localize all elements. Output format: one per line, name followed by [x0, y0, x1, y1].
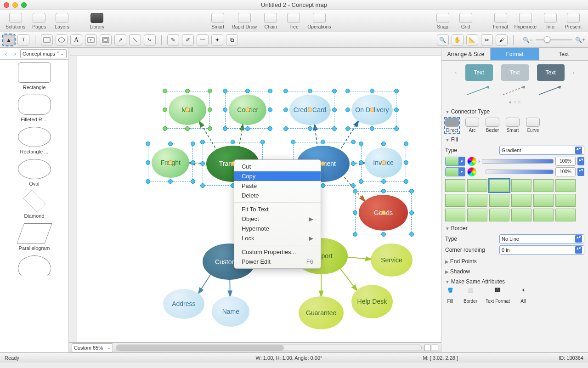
fill-preset[interactable]: [489, 194, 509, 207]
menu-object[interactable]: Object▶: [234, 214, 321, 224]
opacity-2[interactable]: 100%: [555, 167, 576, 176]
resize-handle[interactable]: [245, 126, 250, 131]
textbox-tool[interactable]: T: [85, 34, 97, 45]
resize-handle[interactable]: [268, 89, 272, 93]
resize-handle[interactable]: [359, 142, 363, 146]
node-name[interactable]: Name: [212, 296, 249, 327]
rotate-handle[interactable]: [308, 108, 312, 112]
zoom-tool[interactable]: 🔍: [437, 34, 449, 45]
make-same-fill[interactable]: 🪣Fill: [445, 288, 455, 304]
resize-handle[interactable]: [200, 183, 205, 188]
zoom-icon[interactable]: [21, 2, 27, 8]
text-tool[interactable]: T: [17, 34, 29, 45]
shape-circle[interactable]: [0, 255, 68, 281]
resize-handle[interactable]: [185, 126, 190, 131]
h-scrollbar[interactable]: [116, 345, 422, 351]
text-A-tool[interactable]: A: [70, 34, 82, 45]
wand-tool[interactable]: ✦: [211, 34, 223, 45]
corner-icon[interactable]: [432, 345, 438, 351]
menu-power-edit[interactable]: Power EditF6: [234, 257, 321, 266]
make-same-all[interactable]: ✦All: [518, 288, 528, 304]
fill-preset[interactable]: [489, 179, 509, 192]
tree-button[interactable]: Tree: [283, 12, 305, 30]
nav-fwd-icon[interactable]: ›: [11, 50, 19, 57]
style-preset[interactable]: Text: [465, 64, 493, 81]
color-wheel-icon[interactable]: [467, 167, 476, 176]
fill-header[interactable]: Fill: [445, 136, 584, 143]
pages-button[interactable]: Pages: [28, 12, 50, 30]
resize-handle[interactable]: [404, 179, 408, 184]
fill-preset[interactable]: [489, 209, 509, 221]
resize-handle[interactable]: [394, 108, 399, 112]
resize-handle[interactable]: [381, 179, 386, 184]
curve-tool[interactable]: 〰: [197, 34, 209, 45]
connector-style-preset[interactable]: [501, 84, 529, 96]
library-select[interactable]: Concept maps ⌃⌄: [20, 49, 67, 58]
hypernote-button[interactable]: Hypernote: [513, 12, 538, 30]
resize-handle[interactable]: [409, 210, 414, 215]
fill-preset[interactable]: [533, 179, 554, 192]
resize-handle[interactable]: [268, 108, 272, 112]
resize-handle[interactable]: [191, 179, 195, 184]
resize-handle[interactable]: [381, 232, 386, 237]
fill-preset[interactable]: [555, 179, 576, 192]
updown-icon[interactable]: ▴▾: [577, 168, 584, 176]
resize-handle[interactable]: [308, 89, 312, 93]
resize-handle[interactable]: [351, 140, 356, 144]
resize-handle[interactable]: [351, 183, 356, 188]
menu-hypernote[interactable]: Hypernote: [234, 224, 321, 233]
connector-type-arc[interactable]: Arc: [465, 118, 479, 133]
crop-tool[interactable]: ⧉: [226, 34, 238, 45]
arrow-tool[interactable]: ↗: [114, 34, 126, 45]
tab-text[interactable]: Text: [539, 48, 588, 60]
chain-button[interactable]: Chain: [260, 12, 282, 30]
fill-preset[interactable]: [467, 179, 487, 192]
rotate-handle[interactable]: [381, 210, 386, 215]
make-same-text-format[interactable]: 🅰Text Format: [486, 288, 510, 304]
connector-style-preset[interactable]: [537, 84, 565, 96]
node-guarantee[interactable]: Guarantee: [299, 296, 344, 329]
fill-color-2[interactable]: ▾: [445, 167, 465, 176]
fill-preset[interactable]: [511, 194, 531, 207]
resize-handle[interactable]: [283, 89, 288, 93]
connector-tool[interactable]: ⤷: [144, 34, 156, 45]
close-icon[interactable]: [4, 2, 9, 8]
zoom-out-icon[interactable]: 🔍−: [523, 37, 533, 43]
resize-handle[interactable]: [332, 126, 337, 131]
fill-preset[interactable]: [511, 209, 531, 221]
zoom-slider[interactable]: 🔍− 🔍+: [523, 37, 585, 43]
resize-handle[interactable]: [260, 140, 265, 144]
pointer-tool[interactable]: ▲: [3, 34, 15, 45]
menu-lock[interactable]: Lock▶: [234, 233, 321, 243]
fill-preset[interactable]: [445, 194, 465, 207]
style-next-icon[interactable]: ›: [573, 69, 575, 76]
resize-handle[interactable]: [308, 126, 312, 131]
ellipse-tool[interactable]: [56, 34, 68, 45]
shape-parallelogram[interactable]: Parallelogram: [0, 223, 68, 251]
resize-handle[interactable]: [345, 126, 350, 131]
eyedrop-tool[interactable]: ✏: [481, 34, 493, 45]
resize-handle[interactable]: [370, 126, 374, 131]
color-wheel-icon[interactable]: [467, 157, 476, 166]
info-button[interactable]: Info: [539, 12, 561, 30]
updown-icon[interactable]: ▴▾: [577, 157, 584, 165]
pen-tool[interactable]: ✐: [182, 34, 194, 45]
menu-paste[interactable]: Paste: [234, 181, 321, 191]
shadow-header[interactable]: Shadow: [445, 268, 584, 275]
corner-rounding-select[interactable]: 0 in ▴▾: [499, 245, 584, 255]
corner-icon[interactable]: [424, 345, 431, 351]
resize-handle[interactable]: [345, 108, 350, 112]
node-helpdesk[interactable]: Help Desk: [351, 285, 393, 318]
connector-type-header[interactable]: Connector Type: [445, 108, 584, 115]
resize-handle[interactable]: [168, 179, 173, 184]
resize-handle[interactable]: [283, 126, 288, 131]
menu-copy[interactable]: Copy: [234, 171, 321, 181]
resize-handle[interactable]: [353, 189, 357, 193]
menu-delete[interactable]: Delete: [234, 191, 321, 200]
fill-preset[interactable]: [445, 179, 465, 192]
resize-handle[interactable]: [332, 89, 337, 93]
resize-handle[interactable]: [208, 108, 212, 112]
shape-oval[interactable]: Oval: [0, 159, 68, 187]
fill-preset[interactable]: [511, 179, 531, 192]
line-tool[interactable]: ＼: [129, 34, 141, 45]
